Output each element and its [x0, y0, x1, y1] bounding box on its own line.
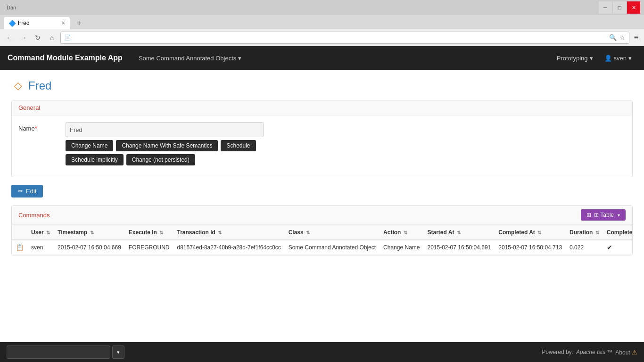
browser-titlebar: Dan ─ □ ✕ [0, 0, 644, 15]
commands-panel-header: Commands ⊞ ⊞ Table ▾ [12, 206, 632, 225]
address-bar: 📄 localhost:8080/wicket/entity?4 🔍 ☆ [60, 32, 629, 44]
edit-button[interactable]: ✏ Edit [11, 185, 43, 197]
sort-icon-execute-in: ⇅ [159, 230, 163, 235]
tab-title: Fred [18, 20, 30, 26]
address-input[interactable]: localhost:8080/wicket/entity?4 [74, 34, 606, 41]
commands-tbody: 📋 sven 2015-02-07 16:50:04.669 FOREGROUN… [12, 240, 632, 255]
sort-icon-user: ⇅ [46, 230, 50, 235]
name-form-group: Name* Change Name Change Name With Safe … [18, 122, 626, 165]
menu-arrow-icon: ▾ [238, 55, 241, 62]
user-icon: 👤 [604, 55, 612, 62]
star-icon[interactable]: ☆ [619, 34, 625, 41]
app-title: Command Module Example App [8, 54, 123, 62]
sort-icon-class: ⇅ [306, 230, 310, 235]
page-content: ◇ Fred General Name* Change Name Change … [0, 70, 644, 265]
app-navbar: Command Module Example App Some Command … [0, 46, 644, 70]
cell-user: sven [27, 240, 54, 255]
table-icon: ⊞ [586, 212, 591, 218]
cell-execute-in: FOREGROUND [125, 240, 173, 255]
change-name-safe-button[interactable]: Change Name With Safe Semantics [116, 140, 218, 151]
sort-icon-action: ⇅ [404, 230, 407, 235]
col-header-action[interactable]: Action ⇅ [380, 225, 423, 240]
cell-class: Some Command Annotated Object [285, 240, 380, 255]
table-dropdown-arrow: ▾ [618, 213, 620, 218]
table-head: User ⇅ Timestamp ⇅ Execute In ⇅ Transact… [12, 225, 632, 240]
browser-tab[interactable]: 🔷 Fred × [4, 17, 70, 29]
cell-timestamp: 2015-02-07 16:50:04.669 [54, 240, 125, 255]
row-icon-cell[interactable]: 📋 [12, 240, 27, 255]
action-buttons: Change Name Change Name With Safe Semant… [66, 140, 264, 151]
nav-prototyping[interactable]: Prototyping ▾ [552, 55, 598, 62]
cell-duration: 0.022 [566, 240, 603, 255]
col-header-class[interactable]: Class ⇅ [285, 225, 380, 240]
cell-complete: ✔ [603, 240, 632, 255]
sort-icon-completed-at: ⇅ [537, 230, 541, 235]
table-row: 📋 sven 2015-02-07 16:50:04.669 FOREGROUN… [12, 240, 632, 255]
col-header-execute-in[interactable]: Execute In ⇅ [125, 225, 173, 240]
sort-icon-started-at: ⇅ [457, 230, 461, 235]
cell-started-at: 2015-02-07 16:50:04.691 [424, 240, 495, 255]
close-window-button[interactable]: ✕ [627, 1, 640, 14]
name-input[interactable] [66, 122, 264, 137]
table-header-row: User ⇅ Timestamp ⇅ Execute In ⇅ Transact… [12, 225, 632, 240]
commands-panel: Commands ⊞ ⊞ Table ▾ User ⇅ Timestamp ⇅ … [11, 205, 633, 255]
col-header-rowicon[interactable] [12, 225, 27, 240]
change-name-button[interactable]: Change Name [66, 140, 113, 151]
nav-annotated-objects[interactable]: Some Command Annotated Objects ▾ [134, 55, 246, 62]
entity-icon: ◇ [11, 79, 25, 92]
sort-icon-transaction-id: ⇅ [218, 230, 222, 235]
col-header-started-at[interactable]: Started At ⇅ [424, 225, 495, 240]
cell-transaction-id: d81574ed-8a27-40b9-a28d-7ef1f64cc0cc [173, 240, 285, 255]
browser-address-bar: ← → ↻ ⌂ 📄 localhost:8080/wicket/entity?4… [0, 29, 644, 46]
navbar-right: Prototyping ▾ 👤 sven ▾ [552, 55, 636, 62]
forward-button[interactable]: → [18, 32, 29, 43]
col-header-transaction-id[interactable]: Transaction Id ⇅ [173, 225, 285, 240]
col-header-user[interactable]: User ⇅ [27, 225, 54, 240]
browser-chrome: 🔷 Fred × + [0, 15, 644, 29]
schedule-implicitly-button[interactable]: Schedule implicitly [66, 154, 124, 165]
col-header-completed-at[interactable]: Completed At ⇅ [495, 225, 566, 240]
col-header-complete[interactable]: Complete ⇅ [603, 225, 632, 240]
general-panel: General Name* Change Name Change Name Wi… [11, 100, 633, 177]
schedule-button[interactable]: Schedule [221, 140, 256, 151]
sort-icon-duration: ⇅ [595, 230, 599, 235]
home-button[interactable]: ⌂ [46, 32, 58, 43]
tab-icon: 🔷 [8, 20, 15, 26]
nav-user[interactable]: 👤 sven ▾ [600, 55, 636, 62]
tab-close-button[interactable]: × [62, 20, 65, 26]
maximize-button[interactable]: □ [613, 1, 626, 14]
page-header: ◇ Fred [11, 79, 633, 92]
sort-icon-timestamp: ⇅ [90, 230, 94, 235]
commands-title: Commands [18, 212, 50, 219]
new-tab-button[interactable]: + [77, 19, 81, 27]
commands-table-wrapper: User ⇅ Timestamp ⇅ Execute In ⇅ Transact… [12, 225, 632, 255]
minimize-button[interactable]: ─ [599, 1, 612, 14]
commands-table: User ⇅ Timestamp ⇅ Execute In ⇅ Transact… [12, 225, 632, 255]
search-icon: 🔍 [609, 34, 617, 41]
prototyping-arrow-icon: ▾ [590, 55, 593, 62]
window-controls: ─ □ ✕ [599, 1, 640, 14]
windows-user-label: Dan [4, 3, 19, 12]
cell-action: Change Name [380, 240, 423, 255]
action-buttons-row2: Schedule implicitly Change (not persiste… [66, 154, 264, 165]
general-heading: General [18, 104, 40, 111]
table-button[interactable]: ⊞ ⊞ Table ▾ [581, 209, 626, 221]
name-field-wrapper: Change Name Change Name With Safe Semant… [66, 122, 264, 165]
menu-icon[interactable]: ≡ [632, 33, 640, 42]
change-not-persisted-button[interactable]: Change (not persisted) [126, 154, 195, 165]
refresh-button[interactable]: ↻ [32, 32, 43, 43]
page-title: Fred [28, 79, 51, 92]
edit-icon: ✏ [18, 188, 23, 195]
address-icon: 📄 [65, 34, 71, 41]
col-header-timestamp[interactable]: Timestamp ⇅ [54, 225, 125, 240]
general-panel-header: General [12, 100, 632, 115]
user-arrow-icon: ▾ [628, 55, 632, 62]
col-header-duration[interactable]: Duration ⇅ [566, 225, 603, 240]
cell-completed-at: 2015-02-07 16:50:04.713 [495, 240, 566, 255]
back-button[interactable]: ← [4, 32, 15, 43]
general-panel-body: Name* Change Name Change Name With Safe … [12, 115, 632, 177]
name-label: Name* [18, 122, 66, 132]
